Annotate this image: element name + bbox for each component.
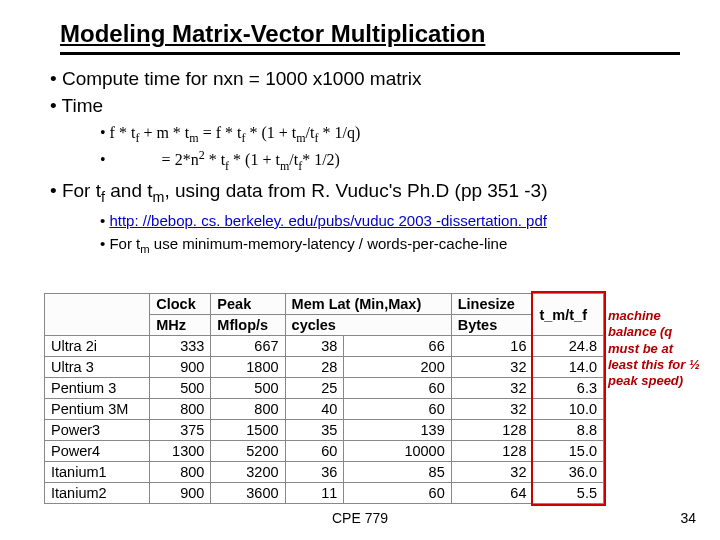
f1a: f * t: [110, 124, 136, 141]
f2b: * t: [205, 151, 225, 168]
f1c: = f * t: [199, 124, 242, 141]
cell-ratio: 6.3: [533, 378, 604, 399]
cell-name: Ultra 3: [45, 357, 150, 378]
cell-line: 32: [451, 462, 533, 483]
bullet-list: • Compute time for nxn = 1000 x1000 matr…: [50, 67, 710, 257]
cell-line: 32: [451, 378, 533, 399]
cell-ratio: 8.8: [533, 420, 604, 441]
sub-link: • http: //bebop. cs. berkeley. edu/pubs/…: [100, 211, 710, 231]
cell-mhz: 1300: [150, 441, 211, 462]
cell-mhz: 900: [150, 483, 211, 504]
cell-latmin: 28: [285, 357, 344, 378]
bullet-compute: • Compute time for nxn = 1000 x1000 matr…: [50, 67, 710, 92]
slide-title: Modeling Matrix-Vector Multiplication: [60, 20, 680, 55]
cell-mhz: 333: [150, 336, 211, 357]
f2d: /t: [289, 151, 298, 168]
th-cycles: cycles: [285, 315, 451, 336]
footer-page: 34: [680, 510, 696, 526]
cell-mhz: 500: [150, 378, 211, 399]
table-row: Pentium 3M80080040603210.0: [45, 399, 604, 420]
cell-mhz: 375: [150, 420, 211, 441]
th-ratio: t_m/t_f: [533, 294, 604, 336]
b3b: and t: [105, 180, 153, 201]
cell-line: 64: [451, 483, 533, 504]
table-header-row-1: Clock Peak Mem Lat (Min,Max) Linesize t_…: [45, 294, 604, 315]
cell-latmax: 85: [344, 462, 451, 483]
cell-latmin: 40: [285, 399, 344, 420]
sub-tm: • For tm use minimum-memory-latency / wo…: [100, 234, 710, 257]
cell-name: Power4: [45, 441, 150, 462]
th-mhz: MHz: [150, 315, 211, 336]
cell-peak: 667: [211, 336, 285, 357]
cell-peak: 800: [211, 399, 285, 420]
table-row: Ultra 2i33366738661624.8: [45, 336, 604, 357]
cell-mhz: 800: [150, 462, 211, 483]
annotation-text: machine balance (q must be at least this…: [608, 308, 706, 389]
b3a: For t: [62, 180, 101, 201]
cell-peak: 5200: [211, 441, 285, 462]
cell-latmax: 10000: [344, 441, 451, 462]
b3c: , using data from R. Vuduc's Ph.D (pp 35…: [164, 180, 547, 201]
cell-peak: 3600: [211, 483, 285, 504]
cell-ratio: 5.5: [533, 483, 604, 504]
cell-ratio: 24.8: [533, 336, 604, 357]
data-table-wrap: Clock Peak Mem Lat (Min,Max) Linesize t_…: [44, 293, 604, 504]
f1b: + m * t: [139, 124, 189, 141]
f1f: * 1/q): [318, 124, 360, 141]
formula-line-1: • f * tf + m * tm = f * tf * (1 + tm/tf …: [100, 122, 710, 173]
th-memlat: Mem Lat (Min,Max): [285, 294, 451, 315]
cell-name: Pentium 3: [45, 378, 150, 399]
table-row: Itanium1800320036853236.0: [45, 462, 604, 483]
tm1: For t: [109, 235, 140, 252]
th-mflops: Mflop/s: [211, 315, 285, 336]
cell-line: 128: [451, 441, 533, 462]
cell-latmin: 38: [285, 336, 344, 357]
cell-latmin: 35: [285, 420, 344, 441]
th-clock: Clock: [150, 294, 211, 315]
cell-peak: 1800: [211, 357, 285, 378]
cell-name: Itanium2: [45, 483, 150, 504]
cell-line: 128: [451, 420, 533, 441]
table-row: Itanium290036001160645.5: [45, 483, 604, 504]
cell-line: 16: [451, 336, 533, 357]
th-peak: Peak: [211, 294, 285, 315]
cell-name: Ultra 2i: [45, 336, 150, 357]
data-table: Clock Peak Mem Lat (Min,Max) Linesize t_…: [44, 293, 604, 504]
f1d: * (1 + t: [245, 124, 296, 141]
table-row: Power33751500351391288.8: [45, 420, 604, 441]
cell-line: 32: [451, 399, 533, 420]
footer-course: CPE 779: [332, 510, 388, 526]
f2c: * (1 + t: [229, 151, 280, 168]
bullet-time-text: Time: [62, 95, 104, 116]
f2e: * 1/2): [302, 151, 340, 168]
bullet-for-t: • For tf and tm, using data from R. Vudu…: [50, 179, 710, 206]
cell-latmax: 60: [344, 483, 451, 504]
cell-line: 32: [451, 357, 533, 378]
cell-peak: 500: [211, 378, 285, 399]
cell-mhz: 800: [150, 399, 211, 420]
cell-latmax: 66: [344, 336, 451, 357]
cell-name: Power3: [45, 420, 150, 441]
slide: Modeling Matrix-Vector Multiplication • …: [0, 0, 720, 540]
cell-name: Pentium 3M: [45, 399, 150, 420]
cell-latmax: 60: [344, 378, 451, 399]
table-body: Ultra 2i33366738661624.8Ultra 3900180028…: [45, 336, 604, 504]
f2a: = 2*n: [106, 151, 199, 168]
cell-ratio: 14.0: [533, 357, 604, 378]
table-row: Pentium 35005002560326.3: [45, 378, 604, 399]
tm2: use minimum-memory-latency / words-per-c…: [150, 235, 508, 252]
cell-name: Itanium1: [45, 462, 150, 483]
th-blank: [45, 294, 150, 336]
cell-peak: 3200: [211, 462, 285, 483]
cell-mhz: 900: [150, 357, 211, 378]
cell-latmin: 11: [285, 483, 344, 504]
cell-ratio: 15.0: [533, 441, 604, 462]
cell-ratio: 10.0: [533, 399, 604, 420]
cell-latmax: 139: [344, 420, 451, 441]
cell-latmin: 60: [285, 441, 344, 462]
th-bytes: Bytes: [451, 315, 533, 336]
dissertation-link[interactable]: http: //bebop. cs. berkeley. edu/pubs/vu…: [109, 212, 547, 229]
cell-latmax: 60: [344, 399, 451, 420]
cell-peak: 1500: [211, 420, 285, 441]
cell-latmin: 36: [285, 462, 344, 483]
